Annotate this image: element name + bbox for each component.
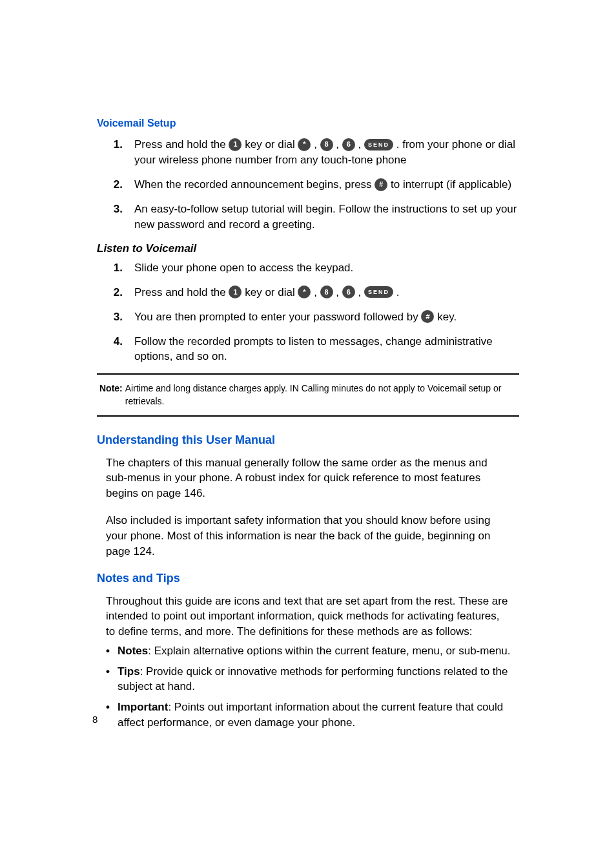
bullet-icon: • [106, 700, 118, 731]
key-send-icon: SEND [364, 139, 393, 151]
list-item: 2. Press and hold the 1 key or dial * , … [97, 285, 519, 300]
key-8-icon: 8 [320, 286, 333, 298]
key-send-icon: SEND [364, 286, 393, 298]
list-item: 1. Slide your phone open to access the k… [97, 260, 519, 276]
list-body: Press and hold the 1 key or dial * , 8 ,… [134, 137, 519, 168]
bullet-text: : Provide quick or innovative methods fo… [118, 665, 508, 693]
key-pound-icon: # [421, 310, 434, 323]
list-body: You are then prompted to enter your pass… [134, 309, 519, 325]
list-body: Follow the recorded prompts to listen to… [134, 334, 519, 365]
key-6-icon: 6 [342, 286, 355, 298]
list-number: 3. [97, 309, 134, 325]
list-item: • Important: Points out important inform… [106, 700, 519, 731]
heading-voicemail-setup: Voicemail Setup [97, 116, 519, 130]
list-item: 1. Press and hold the 1 key or dial * , … [97, 137, 519, 168]
heading-listen-voicemail: Listen to Voicemail [97, 241, 519, 256]
key-6-icon: 6 [342, 138, 355, 151]
note-label: Note: [99, 382, 125, 408]
list-item: 3. An easy-to-follow setup tutorial will… [97, 202, 519, 233]
bullet-list: • Notes: Explain alternative options wit… [106, 643, 519, 731]
list-number: 2. [97, 177, 134, 192]
list-number: 4. [97, 334, 134, 349]
bullet-icon: • [106, 664, 118, 695]
list-item: • Notes: Explain alternative options wit… [106, 643, 519, 659]
list-body: Press and hold the 1 key or dial * , 8 ,… [134, 285, 519, 300]
heading-understanding: Understanding this User Manual [97, 432, 519, 448]
key-star-icon: * [298, 286, 311, 298]
list-body: When the recorded announcement begins, p… [134, 177, 519, 192]
key-star-icon: * [298, 138, 311, 151]
key-pound-icon: # [375, 178, 387, 191]
list-body: An easy-to-follow setup tutorial will be… [134, 202, 519, 233]
paragraph: Throughout this guide are icons and text… [106, 594, 510, 639]
bullet-icon: • [106, 643, 118, 659]
document-page: Voicemail Setup 1. Press and hold the 1 … [0, 0, 616, 852]
heading-notes-tips: Notes and Tips [97, 570, 519, 587]
key-8-icon: 8 [320, 138, 333, 151]
page-number: 8 [92, 712, 98, 726]
list-item: 2. When the recorded announcement begins… [97, 177, 519, 192]
list-number: 3. [97, 202, 134, 217]
key-1-icon: 1 [229, 286, 241, 298]
list-number: 2. [97, 285, 134, 300]
list-item: 4. Follow the recorded prompts to listen… [97, 334, 519, 365]
list-listen-voicemail: 1. Slide your phone open to access the k… [97, 260, 519, 364]
list-item: • Tips: Provide quick or innovative meth… [106, 664, 519, 695]
key-1-icon: 1 [229, 138, 241, 151]
bullet-term: Notes [118, 645, 148, 657]
bullet-term: Important [118, 701, 168, 713]
list-item: 3. You are then prompted to enter your p… [97, 309, 519, 325]
bullet-term: Tips [118, 665, 140, 678]
bullet-text: : Points out important information about… [118, 701, 503, 729]
bullet-text: : Explain alternative options within the… [148, 645, 510, 657]
note-block: Note: Airtime and long distance charges … [97, 373, 519, 417]
list-number: 1. [97, 137, 134, 152]
note-text: Airtime and long distance charges apply.… [125, 382, 517, 408]
paragraph: The chapters of this manual generally fo… [106, 455, 510, 501]
list-voicemail-setup: 1. Press and hold the 1 key or dial * , … [97, 137, 519, 232]
list-number: 1. [97, 260, 134, 276]
list-body: Slide your phone open to access the keyp… [134, 260, 519, 276]
paragraph: Also included is important safety inform… [106, 513, 510, 559]
